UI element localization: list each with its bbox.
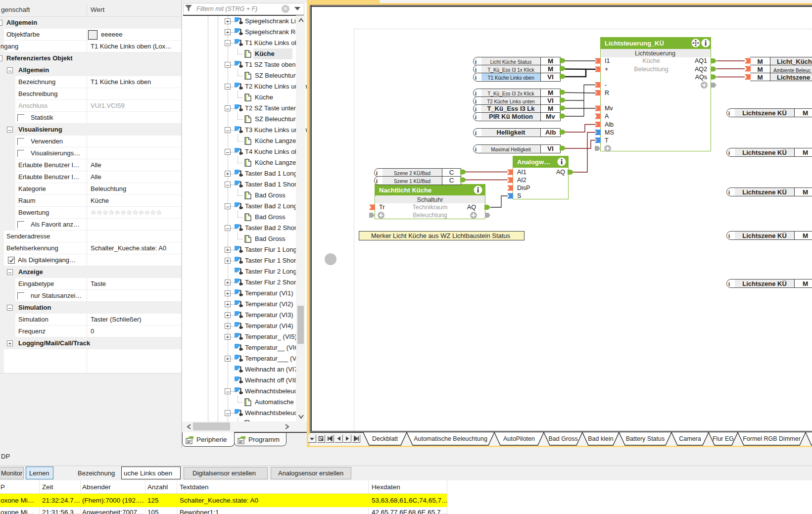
svg-text:AutoPiloten: AutoPiloten <box>503 435 535 442</box>
svg-text:Flur EG: Flur EG <box>713 435 734 442</box>
svg-text:Battery Status: Battery Status <box>626 435 665 442</box>
svg-text:Formel RGB Dimmer: Formel RGB Dimmer <box>743 435 801 442</box>
svg-text:Deckblatt: Deckblatt <box>372 435 398 442</box>
svg-text:Camera: Camera <box>679 435 701 442</box>
svg-text:Bad klein: Bad klein <box>588 435 613 442</box>
svg-text:Automatische Beleuchtung: Automatische Beleuchtung <box>414 435 487 442</box>
svg-text:Bad Gross: Bad Gross <box>548 435 577 442</box>
